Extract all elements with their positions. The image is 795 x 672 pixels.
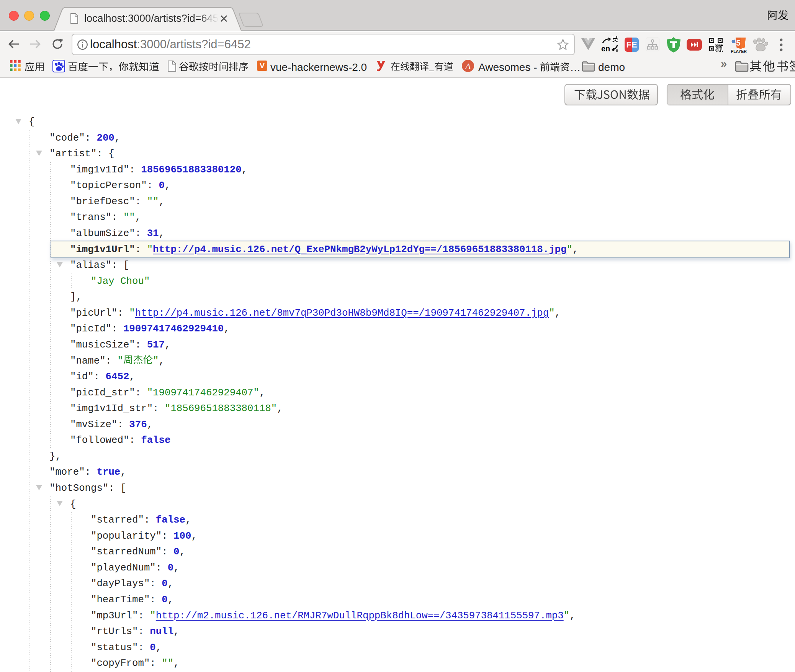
svg-text:PLAYER: PLAYER (731, 49, 747, 54)
svg-text:en: en (601, 44, 610, 53)
svg-text:5: 5 (736, 39, 740, 47)
svg-text:A: A (465, 61, 471, 71)
